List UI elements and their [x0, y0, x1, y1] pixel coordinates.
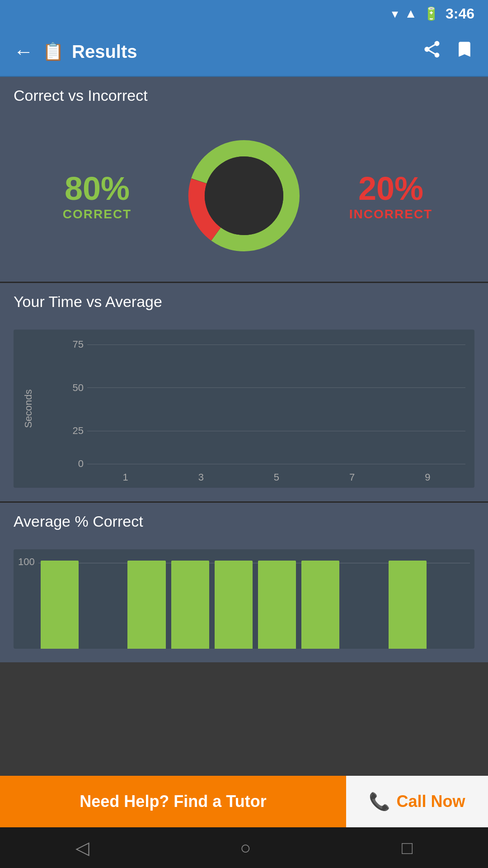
signal-icon: ▲ [404, 6, 417, 21]
grid-label-0: 0 [68, 458, 84, 470]
help-section[interactable]: Need Help? Find a Tutor [0, 776, 346, 827]
x-label-1: 1 [122, 472, 128, 483]
status-time: 3:46 [446, 5, 474, 22]
nav-recent-button[interactable]: □ [402, 838, 413, 858]
avg-bar-7 [301, 561, 339, 649]
avg-y-label-100: 100 [18, 556, 35, 568]
wifi-icon: ▾ [392, 6, 398, 21]
navigation-bar: ◁ ○ □ [0, 827, 488, 868]
chart-inner: 75 50 25 0 [50, 339, 465, 483]
correct-percentage: 80% [18, 170, 176, 207]
nav-back-button[interactable]: ◁ [75, 837, 89, 858]
document-icon: 📋 [42, 42, 64, 61]
avg-correct-header: Average % Correct [0, 503, 488, 540]
avg-chart-area: 100 [14, 549, 474, 649]
avg-bar-4 [171, 561, 209, 649]
bookmark-icon[interactable] [455, 39, 474, 64]
grid-label-75: 75 [68, 339, 84, 350]
x-label-9: 9 [425, 472, 430, 483]
avg-bar-9 [389, 561, 427, 649]
status-bar: ▾ ▲ 🔋 3:46 [0, 0, 488, 27]
svg-point-3 [205, 156, 283, 235]
incorrect-percentage: 20% [312, 170, 470, 207]
x-label-3: 3 [198, 472, 204, 483]
donut-chart [176, 128, 312, 264]
incorrect-text: INCORRECT [312, 207, 470, 222]
avg-bar-5 [215, 561, 253, 649]
nav-home-button[interactable]: ○ [240, 838, 251, 858]
share-icon[interactable] [422, 39, 442, 64]
call-section[interactable]: 📞 Call Now [346, 776, 488, 827]
y-axis-label: Seconds [23, 389, 34, 428]
correct-label: 80% CORRECT [18, 170, 176, 222]
x-label-7: 7 [349, 472, 355, 483]
avg-bars-container [41, 561, 470, 649]
grid-label-25: 25 [68, 425, 84, 437]
correct-text: CORRECT [18, 207, 176, 222]
x-label-5: 5 [274, 472, 279, 483]
status-icons: ▾ ▲ 🔋 3:46 [392, 5, 474, 22]
page-title: Results [72, 42, 422, 62]
app-bar-actions [422, 39, 474, 64]
bottom-banner: Need Help? Find a Tutor 📞 Call Now [0, 776, 488, 827]
donut-section: 80% CORRECT 20% INCORRECT [0, 114, 488, 282]
back-button[interactable]: ← [14, 40, 33, 63]
app-bar: ← 📋 Results [0, 27, 488, 77]
time-chart-section: Seconds 75 50 25 0 [0, 321, 488, 501]
avg-chart-section: 100 [0, 540, 488, 662]
time-chart-area: Seconds 75 50 25 0 [14, 330, 474, 488]
help-text: Need Help? Find a Tutor [80, 792, 266, 811]
time-vs-avg-header: Your Time vs Average [0, 283, 488, 321]
incorrect-label: 20% INCORRECT [312, 170, 470, 222]
grid-label-50: 50 [68, 382, 84, 394]
avg-bar-3 [127, 561, 165, 649]
battery-icon: 🔋 [423, 6, 439, 21]
correct-vs-incorrect-header: Correct vs Incorrect [0, 77, 488, 114]
avg-bar-1 [41, 561, 79, 649]
avg-bar-6 [258, 561, 296, 649]
phone-icon: 📞 [369, 792, 390, 811]
call-text: Call Now [396, 792, 465, 811]
